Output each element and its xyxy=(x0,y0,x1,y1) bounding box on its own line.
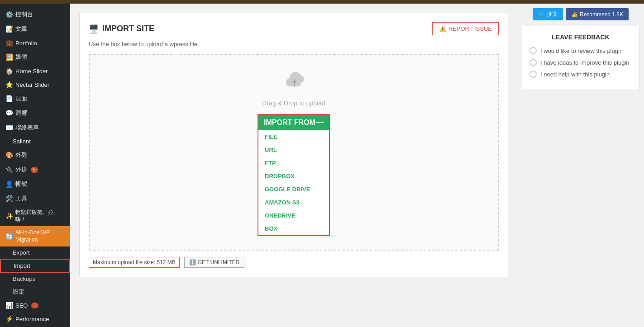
feedback-option-help: I need help with this plugin xyxy=(530,71,632,78)
report-issue-button[interactable]: ⚠️ REPORT ISSUE xyxy=(432,22,499,35)
sidebar-subitem-backups[interactable]: Backups xyxy=(0,273,70,285)
pages-icon: 📄 xyxy=(5,95,13,102)
feedback-box: LEAVE FEEDBACK I would like to review th… xyxy=(522,26,639,90)
media-icon: 🖼️ xyxy=(5,53,13,61)
sidebar-item-article[interactable]: 📝 文章 xyxy=(0,22,70,36)
controlpanel-icon: ⚙️ xyxy=(5,11,13,18)
plugins-badge: 5 xyxy=(31,167,38,173)
recommend-button[interactable]: 👍 Recommend 1.8K xyxy=(566,8,629,20)
sidebar: ⚙️ 控制台 📝 文章 💼 Portfolio 🖼️ 媒體 🏠 Home Sli… xyxy=(0,4,70,327)
warning-icon: ⚠️ xyxy=(439,25,446,32)
sidebar-subitem-export[interactable]: Export xyxy=(0,246,70,259)
sidebar-item-tools[interactable]: 🛠️ 工具 xyxy=(0,191,70,206)
info-icon: ℹ️ xyxy=(189,259,196,265)
home-slider-icon: 🏠 xyxy=(5,67,13,75)
sidebar-item-seo[interactable]: 📊 SEO 1 xyxy=(0,299,70,312)
import-onedrive-item[interactable]: ONEDRIVE xyxy=(258,209,329,222)
sidebar-item-all-in-one-wp[interactable]: 🔄 All-in-One WP Migration xyxy=(0,226,70,246)
import-url-item[interactable]: URL xyxy=(258,143,329,156)
import-ftp-item[interactable]: FTP xyxy=(258,156,329,170)
right-panel: 🐦 推文 👍 Recommend 1.8K LEAVE FEEDBACK I w… xyxy=(517,4,644,327)
drag-drop-icon: ✨ xyxy=(5,213,13,220)
social-buttons: 🐦 推文 👍 Recommend 1.8K xyxy=(522,8,639,20)
sidebar-item-plugins[interactable]: 🔌 外掛 5 xyxy=(0,162,70,177)
feedback-radio-ideas[interactable] xyxy=(530,59,537,66)
sidebar-item-pages[interactable]: 📄 頁面 xyxy=(0,91,70,106)
feedback-option-review: I would like to review this plugin xyxy=(530,47,632,54)
plugins-icon: 🔌 xyxy=(5,166,13,173)
sidebar-item-comments[interactable]: 💬 迴響 xyxy=(0,106,70,120)
get-unlimited-button[interactable]: ℹ️ GET UNLIMITED xyxy=(184,257,244,268)
article-icon: 📝 xyxy=(5,25,13,33)
tools-icon: 🛠️ xyxy=(5,195,13,202)
import-description: Use the box below to upload a wpress fil… xyxy=(89,41,499,47)
sidebar-submenu: Export Import Backups 設定 xyxy=(0,246,70,299)
appearance-icon: 🎨 xyxy=(5,152,13,159)
all-in-one-icon: 🔄 xyxy=(5,233,13,240)
drop-text: Drag & Drop to upload xyxy=(262,100,325,107)
feedback-title: LEAVE FEEDBACK xyxy=(530,33,632,41)
cloud-upload-icon xyxy=(280,68,307,96)
sidebar-subitem-settings[interactable]: 設定 xyxy=(0,285,70,299)
import-box-item[interactable]: BOX xyxy=(258,222,329,235)
import-dropbox-item[interactable]: DROPBOX xyxy=(258,170,329,183)
import-title-icon: 🖥️ xyxy=(89,24,99,34)
feedback-option-ideas: I have ideas to improve this plugin xyxy=(530,59,632,66)
import-header: 🖥️ IMPORT SITE ⚠️ REPORT ISSUE xyxy=(89,22,499,35)
sidebar-item-drag-drop[interactable]: ✨ 輕鬆排版拖、拉、嗨！ xyxy=(0,206,70,226)
import-dropdown-items: FILE URL FTP DROPBOX GOOGLE DRIVE AMAZON… xyxy=(258,130,329,235)
top-bar xyxy=(0,0,644,4)
sidebar-subitem-import[interactable]: Import xyxy=(0,259,70,273)
import-file-item[interactable]: FILE xyxy=(258,130,329,143)
upload-info: Maximum upload file size: 512 MB ℹ️ GET … xyxy=(89,257,499,268)
tweet-button[interactable]: 🐦 推文 xyxy=(533,8,563,20)
facebook-icon: 👍 xyxy=(571,11,578,18)
contact-form-icon: ✉️ xyxy=(5,124,13,131)
sidebar-item-portfolio[interactable]: 💼 Portfolio xyxy=(0,36,70,50)
feedback-radio-help[interactable] xyxy=(530,71,537,78)
main-content: 🖥️ IMPORT SITE ⚠️ REPORT ISSUE Use the b… xyxy=(70,4,517,327)
import-amazon-s3-item[interactable]: AMAZON S3 xyxy=(258,196,329,209)
performance-icon: ⚡ xyxy=(5,315,13,322)
sidebar-item-home-slider[interactable]: 🏠 Home Slider xyxy=(0,64,70,78)
sidebar-item-account[interactable]: 👤 帳號 xyxy=(0,177,70,191)
twitter-icon: 🐦 xyxy=(538,11,545,18)
feedback-radio-review[interactable] xyxy=(530,47,537,54)
import-from-button[interactable]: IMPORT FROM — xyxy=(258,115,329,130)
import-google-drive-item[interactable]: GOOGLE DRIVE xyxy=(258,183,329,196)
import-title: 🖥️ IMPORT SITE xyxy=(89,24,154,34)
max-upload-badge: Maximum upload file size: 512 MB xyxy=(89,257,180,268)
sidebar-item-performance[interactable]: ⚡ Performance xyxy=(0,312,70,326)
portfolio-icon: 💼 xyxy=(5,39,13,47)
sidebar-item-media[interactable]: 🖼️ 媒體 xyxy=(0,50,70,64)
import-card: 🖥️ IMPORT SITE ⚠️ REPORT ISSUE Use the b… xyxy=(79,13,508,277)
seo-badge: 1 xyxy=(31,303,38,308)
account-icon: 👤 xyxy=(5,180,13,188)
sidebar-item-contact-form[interactable]: ✉️ 聯絡表單 xyxy=(0,120,70,135)
sidebar-item-nectar-slider[interactable]: ⭐ Nectar Slider xyxy=(0,78,70,91)
sidebar-item-salient[interactable]: Salient xyxy=(0,135,70,148)
comments-icon: 💬 xyxy=(5,109,13,117)
minus-icon: — xyxy=(316,118,324,127)
seo-icon: 📊 xyxy=(5,302,13,309)
sidebar-item-controlpanel[interactable]: ⚙️ 控制台 xyxy=(0,7,70,22)
import-dropdown: IMPORT FROM — FILE URL FTP DROPBOX GOOGL… xyxy=(258,114,330,236)
nectar-slider-icon: ⭐ xyxy=(5,81,13,88)
page-title: IMPORT SITE xyxy=(102,24,154,33)
sidebar-item-appearance[interactable]: 🎨 外觀 xyxy=(0,148,70,162)
drop-zone[interactable]: Drag & Drop to upload IMPORT FROM — FILE… xyxy=(89,54,499,251)
